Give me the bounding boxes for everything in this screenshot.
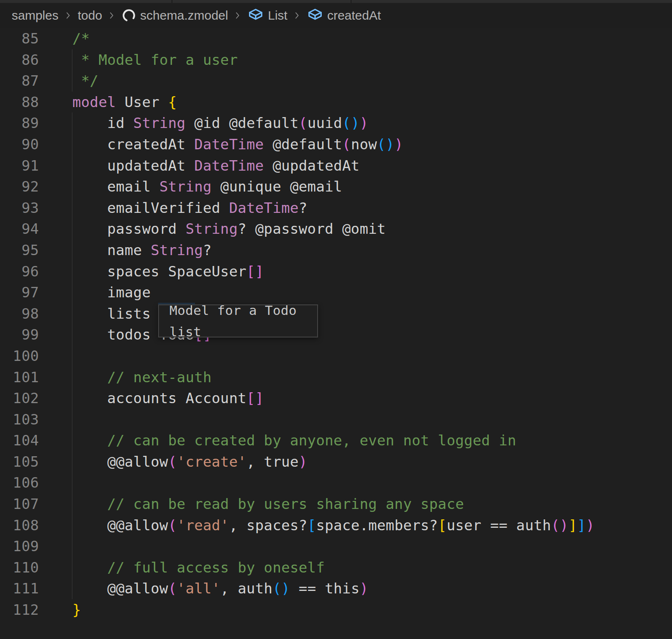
code-token: == this — [290, 580, 359, 597]
breadcrumb-item-createdat[interactable]: createdAt — [307, 7, 381, 24]
code-line-text: // can be created by anyone, even not lo… — [72, 430, 516, 451]
code-line[interactable]: 106 — [0, 472, 672, 493]
line-number[interactable]: 86 — [0, 49, 39, 71]
code-line-text: // full access by oneself — [72, 557, 325, 578]
line-number[interactable]: 91 — [0, 155, 39, 176]
code-line-text: /* — [72, 28, 90, 49]
line-number[interactable]: 99 — [0, 324, 39, 345]
code-line[interactable]: 109 — [0, 536, 672, 557]
line-number[interactable]: 100 — [0, 345, 39, 367]
code-line[interactable]: 88model User { — [0, 92, 672, 113]
code-token: email — [72, 178, 159, 195]
code-token: () — [377, 136, 395, 153]
code-token: // can be read by users sharing any spac… — [72, 496, 464, 512]
code-token: ) — [359, 580, 368, 597]
code-line-text: @@allow('read', spaces?[space.members?[u… — [72, 515, 595, 536]
code-token: @unique @email — [212, 178, 342, 195]
line-number[interactable]: 92 — [0, 176, 39, 197]
line-number[interactable]: 90 — [0, 134, 39, 155]
code-line[interactable]: 100 — [0, 345, 672, 367]
code-line[interactable]: 93 emailVerified DateTime? — [0, 197, 672, 219]
code-token: () — [342, 115, 360, 131]
breadcrumb-item-schema-zmodel[interactable]: schema.zmodel — [121, 8, 228, 23]
code-token: // next-auth — [72, 369, 212, 386]
code-line[interactable]: 87 */ — [0, 70, 672, 92]
line-number[interactable]: 108 — [0, 515, 39, 536]
symbol-cube-icon — [247, 7, 264, 24]
line-number[interactable]: 98 — [0, 303, 39, 325]
code-line[interactable]: 96 spaces SpaceUser[] — [0, 261, 672, 282]
line-number[interactable]: 85 — [0, 28, 39, 49]
code-line-text: updatedAt DateTime @updatedAt — [72, 155, 359, 176]
line-number[interactable]: 111 — [0, 578, 39, 599]
line-number[interactable]: 106 — [0, 472, 39, 493]
code-token: // full access by oneself — [72, 559, 325, 576]
code-line[interactable]: 85/* — [0, 28, 672, 49]
code-line[interactable]: 99 todos Todo[] — [0, 324, 672, 345]
line-number[interactable]: 97 — [0, 282, 39, 303]
line-number[interactable]: 87 — [0, 70, 39, 92]
line-number[interactable]: 96 — [0, 261, 39, 282]
code-area[interactable]: 85/*86 * Model for a user87 */88model Us… — [0, 28, 672, 621]
code-token: image — [72, 284, 151, 301]
code-line[interactable]: 103 — [0, 409, 672, 430]
line-number[interactable]: 105 — [0, 451, 39, 473]
code-line[interactable]: 102 accounts Account[] — [0, 388, 672, 409]
code-line[interactable]: 104 // can be created by anyone, even no… — [0, 430, 672, 451]
code-line[interactable]: 108 @@allow('read', spaces?[space.member… — [0, 515, 672, 536]
code-line[interactable]: 105 @@allow('create', true) — [0, 451, 672, 473]
line-number[interactable]: 95 — [0, 240, 39, 261]
code-line[interactable]: 107 // can be read by users sharing any … — [0, 493, 672, 515]
code-token: 'read' — [177, 517, 229, 534]
line-number[interactable]: 88 — [0, 92, 39, 113]
breadcrumb-label: todo — [78, 8, 102, 23]
line-number[interactable]: 89 — [0, 112, 39, 134]
line-number[interactable]: 93 — [0, 197, 39, 219]
code-line[interactable]: 112} — [0, 599, 672, 621]
chevron-right-icon — [292, 10, 302, 20]
code-line[interactable]: 97 image — [0, 282, 672, 303]
code-line[interactable]: 110 // full access by oneself — [0, 557, 672, 578]
line-number[interactable]: 110 — [0, 557, 39, 578]
code-token: model — [72, 94, 116, 110]
line-number[interactable]: 101 — [0, 367, 39, 388]
code-line[interactable]: 91 updatedAt DateTime @updatedAt — [0, 155, 672, 176]
breadcrumb-label: samples — [12, 8, 59, 23]
code-line-text: @@allow('all', auth() == this) — [72, 578, 368, 599]
code-token: ( — [299, 115, 308, 131]
code-token: lists — [72, 305, 159, 322]
breadcrumb-label: List — [268, 8, 287, 23]
code-line[interactable]: 90 createdAt DateTime @default(now()) — [0, 134, 672, 155]
code-line[interactable]: 86 * Model for a user — [0, 49, 672, 71]
code-token: @default — [264, 136, 342, 153]
code-token: DateTime — [229, 199, 298, 216]
line-number[interactable]: 107 — [0, 493, 39, 515]
code-line[interactable]: 89 id String @id @default(uuid()) — [0, 112, 672, 134]
code-line[interactable]: 94 password String? @password @omit — [0, 218, 672, 240]
code-line-text: * Model for a user — [72, 49, 238, 71]
code-line[interactable]: 92 email String @unique @email — [0, 176, 672, 197]
line-number[interactable]: 109 — [0, 536, 39, 557]
breadcrumb-item-list[interactable]: List — [247, 7, 287, 24]
code-line[interactable]: 111 @@allow('all', auth() == this) — [0, 578, 672, 599]
code-token: @@allow — [72, 453, 168, 470]
line-number[interactable]: 104 — [0, 430, 39, 451]
code-line[interactable]: 101 // next-auth — [0, 367, 672, 388]
code-line-text: emailVerified DateTime? — [72, 197, 308, 219]
code-editor[interactable]: 85/*86 * Model for a user87 */88model Us… — [0, 28, 672, 639]
line-number[interactable]: 94 — [0, 218, 39, 240]
code-token: name — [72, 242, 151, 258]
code-token: ) — [359, 115, 368, 131]
line-number[interactable]: 103 — [0, 409, 39, 430]
breadcrumb-item-samples[interactable]: samples — [12, 8, 59, 23]
code-token: String — [185, 220, 238, 237]
code-token: () — [272, 580, 290, 597]
code-line[interactable]: 95 name String? — [0, 240, 672, 261]
line-number[interactable]: 102 — [0, 388, 39, 409]
breadcrumb-item-todo[interactable]: todo — [78, 8, 102, 23]
tab-separator — [172, 0, 172, 3]
code-line[interactable]: 98 lists List[] — [0, 303, 672, 325]
code-token: , auth — [221, 580, 273, 597]
line-number[interactable]: 112 — [0, 599, 39, 621]
chevron-right-icon — [233, 10, 243, 20]
